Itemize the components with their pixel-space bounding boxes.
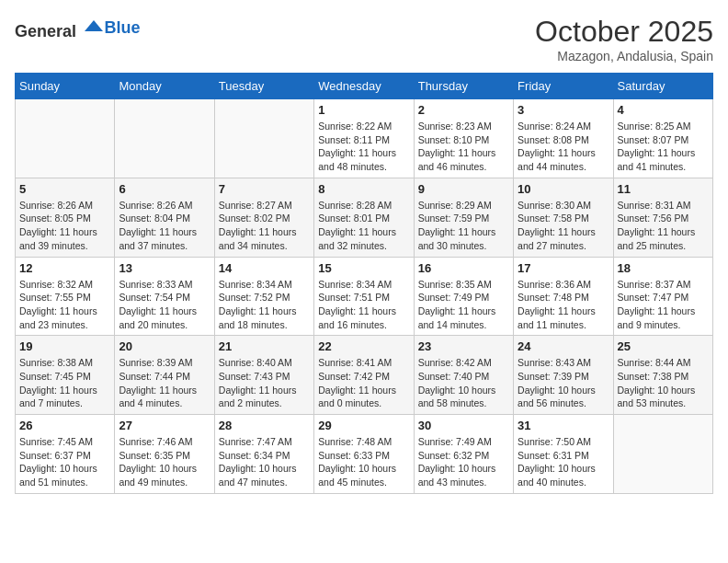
day-info: Sunrise: 8:43 AMSunset: 7:39 PMDaylight:… <box>518 356 609 410</box>
day-number: 12 <box>19 261 110 275</box>
weekday-header-sunday: Sunday <box>16 74 115 99</box>
calendar-day-cell: 26Sunrise: 7:45 AMSunset: 6:37 PMDayligh… <box>16 415 115 494</box>
day-info: Sunrise: 8:34 AMSunset: 7:52 PMDaylight:… <box>219 278 310 332</box>
day-info: Sunrise: 7:47 AMSunset: 6:34 PMDaylight:… <box>219 435 310 489</box>
calendar-day-cell <box>16 99 115 178</box>
calendar-day-cell: 22Sunrise: 8:41 AMSunset: 7:42 PMDayligh… <box>314 336 414 415</box>
day-info: Sunrise: 8:35 AMSunset: 7:49 PMDaylight:… <box>418 278 509 332</box>
day-number: 26 <box>19 419 110 432</box>
day-number: 6 <box>119 182 210 196</box>
day-number: 25 <box>618 339 709 353</box>
day-info: Sunrise: 8:34 AMSunset: 7:51 PMDaylight:… <box>318 278 409 332</box>
day-info: Sunrise: 7:46 AMSunset: 6:35 PMDaylight:… <box>119 435 210 489</box>
day-number: 21 <box>219 339 310 353</box>
day-number: 30 <box>418 419 509 432</box>
day-number: 5 <box>19 182 110 196</box>
day-info: Sunrise: 8:40 AMSunset: 7:43 PMDaylight:… <box>219 356 310 410</box>
svg-marker-0 <box>85 20 103 31</box>
calendar-day-cell: 6Sunrise: 8:26 AMSunset: 8:04 PMDaylight… <box>115 178 214 257</box>
day-number: 22 <box>318 339 409 353</box>
day-number: 10 <box>518 182 609 196</box>
month-title: October 2025 <box>535 15 713 49</box>
calendar-week-row: 1Sunrise: 8:22 AMSunset: 8:11 PMDaylight… <box>16 99 713 178</box>
calendar-day-cell: 3Sunrise: 8:24 AMSunset: 8:08 PMDaylight… <box>514 99 613 178</box>
day-info: Sunrise: 7:48 AMSunset: 6:33 PMDaylight:… <box>318 435 409 489</box>
day-number: 11 <box>618 182 709 196</box>
day-number: 19 <box>19 339 110 353</box>
day-info: Sunrise: 8:26 AMSunset: 8:04 PMDaylight:… <box>119 199 210 253</box>
day-number: 15 <box>318 261 409 275</box>
calendar-day-cell: 21Sunrise: 8:40 AMSunset: 7:43 PMDayligh… <box>214 336 313 415</box>
day-number: 7 <box>219 182 310 196</box>
calendar-day-cell: 29Sunrise: 7:48 AMSunset: 6:33 PMDayligh… <box>314 415 414 494</box>
calendar-day-cell: 31Sunrise: 7:50 AMSunset: 6:31 PMDayligh… <box>514 415 613 494</box>
calendar-day-cell: 5Sunrise: 8:26 AMSunset: 8:05 PMDaylight… <box>16 178 115 257</box>
calendar-day-cell: 7Sunrise: 8:27 AMSunset: 8:02 PMDaylight… <box>214 178 313 257</box>
logo-blue: Blue <box>105 18 141 37</box>
calendar-day-cell: 2Sunrise: 8:23 AMSunset: 8:10 PMDaylight… <box>414 99 513 178</box>
day-number: 29 <box>318 419 409 432</box>
calendar-day-cell <box>214 99 313 178</box>
day-number: 31 <box>518 419 609 432</box>
weekday-header-tuesday: Tuesday <box>214 74 313 99</box>
calendar-day-cell: 13Sunrise: 8:33 AMSunset: 7:54 PMDayligh… <box>115 257 214 336</box>
day-info: Sunrise: 8:37 AMSunset: 7:47 PMDaylight:… <box>618 278 709 332</box>
day-info: Sunrise: 8:44 AMSunset: 7:38 PMDaylight:… <box>618 356 709 410</box>
calendar-day-cell: 24Sunrise: 8:43 AMSunset: 7:39 PMDayligh… <box>514 336 613 415</box>
calendar-day-cell: 10Sunrise: 8:30 AMSunset: 7:58 PMDayligh… <box>514 178 613 257</box>
day-info: Sunrise: 7:45 AMSunset: 6:37 PMDaylight:… <box>19 435 110 489</box>
day-info: Sunrise: 8:27 AMSunset: 8:02 PMDaylight:… <box>219 199 310 253</box>
day-info: Sunrise: 8:33 AMSunset: 7:54 PMDaylight:… <box>119 278 210 332</box>
calendar-day-cell: 9Sunrise: 8:29 AMSunset: 7:59 PMDaylight… <box>414 178 513 257</box>
day-number: 3 <box>518 103 609 117</box>
day-info: Sunrise: 7:50 AMSunset: 6:31 PMDaylight:… <box>518 435 609 489</box>
day-info: Sunrise: 8:38 AMSunset: 7:45 PMDaylight:… <box>19 356 110 410</box>
calendar-week-row: 19Sunrise: 8:38 AMSunset: 7:45 PMDayligh… <box>16 336 713 415</box>
calendar-day-cell: 25Sunrise: 8:44 AMSunset: 7:38 PMDayligh… <box>613 336 712 415</box>
calendar-day-cell: 1Sunrise: 8:22 AMSunset: 8:11 PMDaylight… <box>314 99 414 178</box>
day-info: Sunrise: 8:31 AMSunset: 7:56 PMDaylight:… <box>618 199 709 253</box>
day-number: 24 <box>518 339 609 353</box>
day-info: Sunrise: 8:24 AMSunset: 8:08 PMDaylight:… <box>518 120 609 174</box>
day-number: 13 <box>119 261 210 275</box>
day-info: Sunrise: 8:23 AMSunset: 8:10 PMDaylight:… <box>418 120 509 174</box>
logo-icon <box>83 15 105 37</box>
calendar-day-cell <box>115 99 214 178</box>
day-number: 4 <box>618 103 709 117</box>
calendar-day-cell: 4Sunrise: 8:25 AMSunset: 8:07 PMDaylight… <box>613 99 712 178</box>
weekday-header-friday: Friday <box>514 74 613 99</box>
day-info: Sunrise: 8:25 AMSunset: 8:07 PMDaylight:… <box>618 120 709 174</box>
title-block: October 2025 Mazagon, Andalusia, Spain <box>535 15 713 63</box>
weekday-header-monday: Monday <box>115 74 214 99</box>
day-info: Sunrise: 8:28 AMSunset: 8:01 PMDaylight:… <box>318 199 409 253</box>
day-number: 17 <box>518 261 609 275</box>
day-number: 8 <box>318 182 409 196</box>
day-number: 18 <box>618 261 709 275</box>
day-number: 14 <box>219 261 310 275</box>
weekday-header-thursday: Thursday <box>414 74 513 99</box>
calendar-day-cell: 30Sunrise: 7:49 AMSunset: 6:32 PMDayligh… <box>414 415 513 494</box>
calendar-day-cell: 28Sunrise: 7:47 AMSunset: 6:34 PMDayligh… <box>214 415 313 494</box>
day-info: Sunrise: 8:26 AMSunset: 8:05 PMDaylight:… <box>19 199 110 253</box>
calendar-day-cell: 14Sunrise: 8:34 AMSunset: 7:52 PMDayligh… <box>214 257 313 336</box>
day-number: 23 <box>418 339 509 353</box>
calendar-day-cell: 27Sunrise: 7:46 AMSunset: 6:35 PMDayligh… <box>115 415 214 494</box>
weekday-header-saturday: Saturday <box>613 74 712 99</box>
logo-general: General <box>15 22 76 40</box>
calendar-table: SundayMondayTuesdayWednesdayThursdayFrid… <box>15 73 713 494</box>
calendar-week-row: 26Sunrise: 7:45 AMSunset: 6:37 PMDayligh… <box>16 415 713 494</box>
day-info: Sunrise: 8:29 AMSunset: 7:59 PMDaylight:… <box>418 199 509 253</box>
page-header: General Blue October 2025 Mazagon, Andal… <box>15 15 713 63</box>
day-info: Sunrise: 8:32 AMSunset: 7:55 PMDaylight:… <box>19 278 110 332</box>
weekday-header-wednesday: Wednesday <box>314 74 414 99</box>
calendar-day-cell: 20Sunrise: 8:39 AMSunset: 7:44 PMDayligh… <box>115 336 214 415</box>
day-number: 1 <box>318 103 409 117</box>
location-subtitle: Mazagon, Andalusia, Spain <box>535 49 713 63</box>
day-info: Sunrise: 8:22 AMSunset: 8:11 PMDaylight:… <box>318 120 409 174</box>
calendar-day-cell: 23Sunrise: 8:42 AMSunset: 7:40 PMDayligh… <box>414 336 513 415</box>
day-info: Sunrise: 8:39 AMSunset: 7:44 PMDaylight:… <box>119 356 210 410</box>
day-info: Sunrise: 8:36 AMSunset: 7:48 PMDaylight:… <box>518 278 609 332</box>
calendar-day-cell: 16Sunrise: 8:35 AMSunset: 7:49 PMDayligh… <box>414 257 513 336</box>
calendar-day-cell: 11Sunrise: 8:31 AMSunset: 7:56 PMDayligh… <box>613 178 712 257</box>
day-number: 9 <box>418 182 509 196</box>
